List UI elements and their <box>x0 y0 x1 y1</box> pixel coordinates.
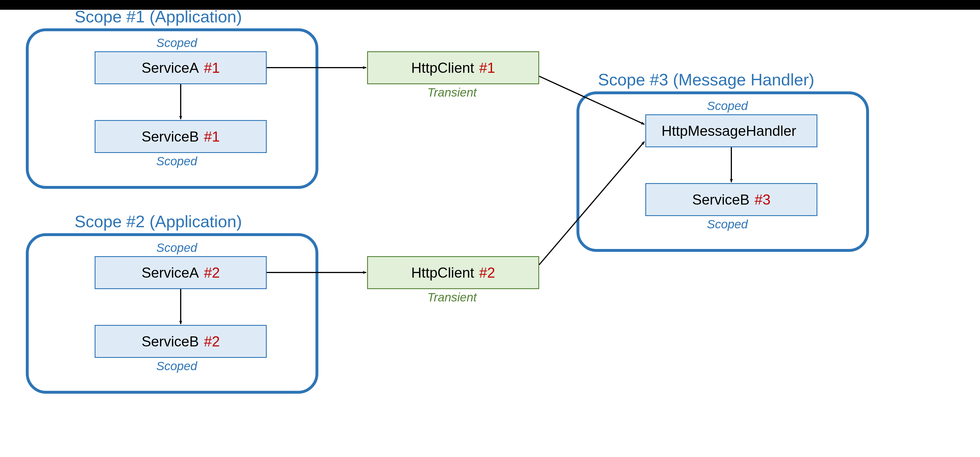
serviceB3-box: ServiceB #3 <box>645 183 818 216</box>
serviceB2-name: ServiceB <box>142 333 199 350</box>
httpclient1-lifetime: Transient <box>427 86 477 100</box>
httpclient1-instance: #1 <box>479 60 495 76</box>
serviceA1-name: ServiceA <box>142 60 199 76</box>
serviceB3-lifetime: Scoped <box>707 217 748 231</box>
serviceB1-name: ServiceB <box>142 129 199 145</box>
serviceA2-name: ServiceA <box>142 265 199 281</box>
serviceB2-instance: #2 <box>204 333 220 350</box>
serviceA2-lifetime: Scoped <box>156 241 197 255</box>
httpclient2-lifetime: Transient <box>427 290 477 304</box>
serviceB3-name: ServiceB <box>692 191 749 208</box>
scope3-title: Scope #3 (Message Handler) <box>598 70 814 89</box>
serviceA2-box: ServiceA #2 <box>95 256 267 289</box>
serviceA1-instance: #1 <box>204 60 220 76</box>
serviceA1-box: ServiceA #1 <box>95 51 267 84</box>
serviceB1-lifetime: Scoped <box>156 154 197 168</box>
scope1-title: Scope #1 (Application) <box>75 7 242 26</box>
httpmessagehandler-name: HttpMessageHandler <box>661 123 796 139</box>
httpclient2-box: HttpClient #2 <box>367 256 539 289</box>
httpclient2-name: HttpClient <box>411 265 474 281</box>
httpmessagehandler-box: HttpMessageHandler <box>645 114 818 147</box>
httpclient2-instance: #2 <box>479 265 495 281</box>
httpclient1-box: HttpClient #1 <box>367 51 539 84</box>
serviceB1-box: ServiceB #1 <box>95 120 267 153</box>
serviceA1-lifetime: Scoped <box>156 36 197 50</box>
httpmessagehandler-lifetime: Scoped <box>707 99 748 113</box>
serviceB1-instance: #1 <box>204 129 220 145</box>
diagram-canvas: Scope #1 (Application) Scoped ServiceA #… <box>0 10 980 457</box>
serviceB3-instance: #3 <box>754 191 771 208</box>
scope2-title: Scope #2 (Application) <box>75 212 242 231</box>
serviceB2-lifetime: Scoped <box>156 359 197 373</box>
serviceA2-instance: #2 <box>204 265 220 281</box>
serviceB2-box: ServiceB #2 <box>95 325 267 358</box>
httpclient1-name: HttpClient <box>411 60 474 76</box>
